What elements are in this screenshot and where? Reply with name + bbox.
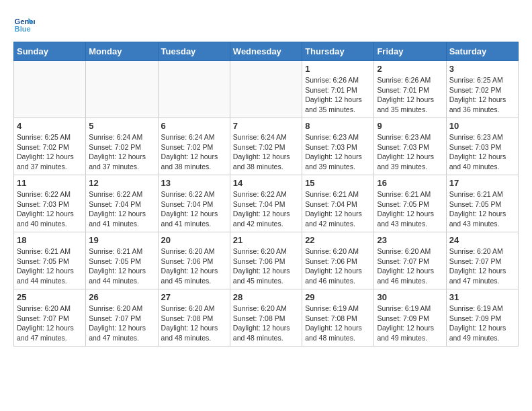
calendar-week-1: 1Sunrise: 6:26 AM Sunset: 7:01 PM Daylig… — [14, 61, 519, 118]
day-number: 1 — [305, 64, 371, 74]
day-number: 9 — [377, 121, 443, 131]
day-info: Sunrise: 6:22 AM Sunset: 7:03 PM Dayligh… — [17, 189, 83, 229]
day-number: 18 — [17, 235, 83, 245]
day-info: Sunrise: 6:25 AM Sunset: 7:02 PM Dayligh… — [17, 132, 83, 172]
calendar-cell: 16Sunrise: 6:21 AM Sunset: 7:05 PM Dayli… — [374, 175, 446, 232]
calendar-cell: 6Sunrise: 6:24 AM Sunset: 7:02 PM Daylig… — [158, 118, 230, 175]
day-info: Sunrise: 6:21 AM Sunset: 7:05 PM Dayligh… — [449, 189, 515, 229]
calendar-cell: 30Sunrise: 6:19 AM Sunset: 7:09 PM Dayli… — [374, 289, 446, 347]
calendar-cell: 11Sunrise: 6:22 AM Sunset: 7:03 PM Dayli… — [14, 175, 86, 232]
day-info: Sunrise: 6:25 AM Sunset: 7:02 PM Dayligh… — [449, 75, 515, 115]
calendar-cell: 25Sunrise: 6:20 AM Sunset: 7:07 PM Dayli… — [14, 289, 86, 347]
col-header-tuesday: Tuesday — [158, 42, 230, 61]
calendar-cell: 8Sunrise: 6:23 AM Sunset: 7:03 PM Daylig… — [302, 118, 374, 175]
day-info: Sunrise: 6:20 AM Sunset: 7:08 PM Dayligh… — [161, 304, 227, 343]
day-info: Sunrise: 6:20 AM Sunset: 7:06 PM Dayligh… — [233, 246, 299, 286]
day-number: 27 — [161, 292, 227, 302]
calendar-week-5: 25Sunrise: 6:20 AM Sunset: 7:07 PM Dayli… — [14, 289, 519, 347]
day-number: 13 — [161, 178, 227, 188]
day-info: Sunrise: 6:19 AM Sunset: 7:09 PM Dayligh… — [377, 304, 443, 343]
day-info: Sunrise: 6:21 AM Sunset: 7:05 PM Dayligh… — [89, 246, 154, 286]
calendar-table: SundayMondayTuesdayWednesdayThursdayFrid… — [13, 42, 519, 347]
day-info: Sunrise: 6:23 AM Sunset: 7:03 PM Dayligh… — [377, 132, 443, 172]
day-number: 16 — [377, 178, 443, 188]
day-number: 15 — [305, 178, 371, 188]
col-header-monday: Monday — [86, 42, 158, 61]
day-info: Sunrise: 6:21 AM Sunset: 7:05 PM Dayligh… — [377, 189, 443, 229]
day-number: 29 — [305, 292, 371, 302]
day-info: Sunrise: 6:20 AM Sunset: 7:06 PM Dayligh… — [161, 246, 227, 286]
day-info: Sunrise: 6:20 AM Sunset: 7:07 PM Dayligh… — [89, 304, 154, 343]
day-number: 26 — [89, 292, 154, 302]
day-info: Sunrise: 6:24 AM Sunset: 7:02 PM Dayligh… — [89, 132, 154, 172]
day-info: Sunrise: 6:19 AM Sunset: 7:08 PM Dayligh… — [305, 304, 371, 343]
day-number: 7 — [233, 121, 299, 131]
calendar-week-3: 11Sunrise: 6:22 AM Sunset: 7:03 PM Dayli… — [14, 175, 519, 232]
day-number: 17 — [449, 178, 515, 188]
day-info: Sunrise: 6:24 AM Sunset: 7:02 PM Dayligh… — [233, 132, 299, 172]
day-info: Sunrise: 6:20 AM Sunset: 7:07 PM Dayligh… — [377, 246, 443, 286]
calendar-cell — [86, 61, 158, 118]
calendar-cell: 10Sunrise: 6:23 AM Sunset: 7:03 PM Dayli… — [446, 118, 518, 175]
day-info: Sunrise: 6:22 AM Sunset: 7:04 PM Dayligh… — [89, 189, 154, 229]
day-info: Sunrise: 6:26 AM Sunset: 7:01 PM Dayligh… — [305, 75, 371, 115]
calendar-cell: 15Sunrise: 6:21 AM Sunset: 7:04 PM Dayli… — [302, 175, 374, 232]
day-number: 5 — [89, 121, 154, 131]
calendar-cell: 3Sunrise: 6:25 AM Sunset: 7:02 PM Daylig… — [446, 61, 518, 118]
day-number: 25 — [17, 292, 83, 302]
col-header-wednesday: Wednesday — [230, 42, 302, 61]
day-info: Sunrise: 6:24 AM Sunset: 7:02 PM Dayligh… — [161, 132, 227, 172]
calendar-week-2: 4Sunrise: 6:25 AM Sunset: 7:02 PM Daylig… — [14, 118, 519, 175]
calendar-cell: 26Sunrise: 6:20 AM Sunset: 7:07 PM Dayli… — [86, 289, 158, 347]
calendar-cell: 19Sunrise: 6:21 AM Sunset: 7:05 PM Dayli… — [86, 232, 158, 289]
logo-icon: General Blue — [13, 13, 35, 35]
day-info: Sunrise: 6:19 AM Sunset: 7:09 PM Dayligh… — [449, 304, 515, 343]
day-number: 10 — [449, 121, 515, 131]
day-number: 2 — [377, 64, 443, 74]
day-info: Sunrise: 6:21 AM Sunset: 7:04 PM Dayligh… — [305, 189, 371, 229]
day-number: 20 — [161, 235, 227, 245]
calendar-cell: 12Sunrise: 6:22 AM Sunset: 7:04 PM Dayli… — [86, 175, 158, 232]
day-number: 24 — [449, 235, 515, 245]
logo: General Blue — [13, 13, 35, 35]
calendar-cell: 1Sunrise: 6:26 AM Sunset: 7:01 PM Daylig… — [302, 61, 374, 118]
day-number: 6 — [161, 121, 227, 131]
calendar-cell: 4Sunrise: 6:25 AM Sunset: 7:02 PM Daylig… — [14, 118, 86, 175]
day-number: 31 — [449, 292, 515, 302]
calendar-cell: 13Sunrise: 6:22 AM Sunset: 7:04 PM Dayli… — [158, 175, 230, 232]
day-number: 11 — [17, 178, 83, 188]
day-number: 4 — [17, 121, 83, 131]
calendar-cell: 23Sunrise: 6:20 AM Sunset: 7:07 PM Dayli… — [374, 232, 446, 289]
calendar-cell — [14, 61, 86, 118]
day-info: Sunrise: 6:22 AM Sunset: 7:04 PM Dayligh… — [161, 189, 227, 229]
day-number: 23 — [377, 235, 443, 245]
calendar-cell: 7Sunrise: 6:24 AM Sunset: 7:02 PM Daylig… — [230, 118, 302, 175]
day-number: 12 — [89, 178, 154, 188]
col-header-sunday: Sunday — [14, 42, 86, 61]
calendar-cell — [230, 61, 302, 118]
calendar-cell: 17Sunrise: 6:21 AM Sunset: 7:05 PM Dayli… — [446, 175, 518, 232]
calendar-week-4: 18Sunrise: 6:21 AM Sunset: 7:05 PM Dayli… — [14, 232, 519, 289]
day-info: Sunrise: 6:20 AM Sunset: 7:07 PM Dayligh… — [17, 304, 83, 343]
calendar-cell: 9Sunrise: 6:23 AM Sunset: 7:03 PM Daylig… — [374, 118, 446, 175]
day-number: 22 — [305, 235, 371, 245]
svg-text:Blue: Blue — [15, 25, 31, 33]
day-number: 14 — [233, 178, 299, 188]
calendar-cell: 14Sunrise: 6:22 AM Sunset: 7:04 PM Dayli… — [230, 175, 302, 232]
calendar-cell: 18Sunrise: 6:21 AM Sunset: 7:05 PM Dayli… — [14, 232, 86, 289]
calendar-cell: 22Sunrise: 6:20 AM Sunset: 7:06 PM Dayli… — [302, 232, 374, 289]
day-info: Sunrise: 6:20 AM Sunset: 7:07 PM Dayligh… — [449, 246, 515, 286]
calendar-cell: 28Sunrise: 6:20 AM Sunset: 7:08 PM Dayli… — [230, 289, 302, 347]
day-info: Sunrise: 6:21 AM Sunset: 7:05 PM Dayligh… — [17, 246, 83, 286]
calendar-cell: 27Sunrise: 6:20 AM Sunset: 7:08 PM Dayli… — [158, 289, 230, 347]
day-info: Sunrise: 6:23 AM Sunset: 7:03 PM Dayligh… — [305, 132, 371, 172]
calendar-cell: 2Sunrise: 6:26 AM Sunset: 7:01 PM Daylig… — [374, 61, 446, 118]
day-number: 19 — [89, 235, 154, 245]
calendar-cell: 31Sunrise: 6:19 AM Sunset: 7:09 PM Dayli… — [446, 289, 518, 347]
calendar-cell: 5Sunrise: 6:24 AM Sunset: 7:02 PM Daylig… — [86, 118, 158, 175]
day-info: Sunrise: 6:20 AM Sunset: 7:06 PM Dayligh… — [305, 246, 371, 286]
col-header-saturday: Saturday — [446, 42, 518, 61]
calendar-cell: 21Sunrise: 6:20 AM Sunset: 7:06 PM Dayli… — [230, 232, 302, 289]
day-info: Sunrise: 6:20 AM Sunset: 7:08 PM Dayligh… — [233, 304, 299, 343]
calendar-cell — [158, 61, 230, 118]
